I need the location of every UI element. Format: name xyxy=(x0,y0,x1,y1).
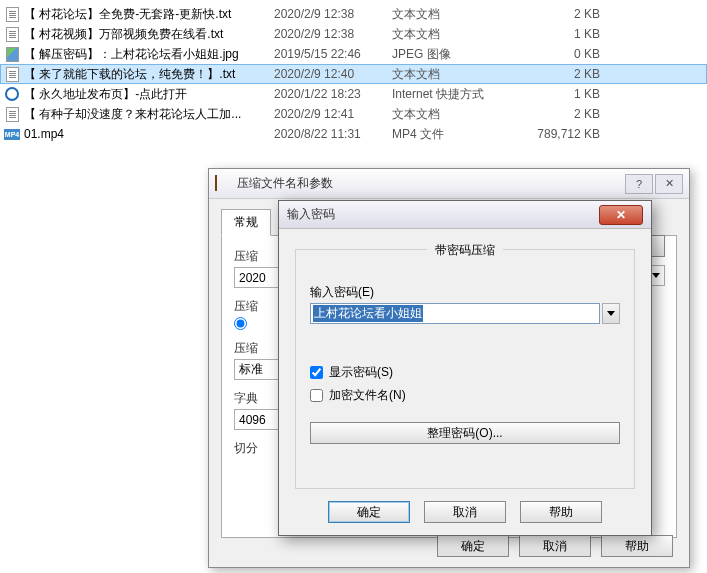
file-name: 【 解压密码】：上村花论坛看小姐姐.jpg xyxy=(24,46,274,63)
password-input[interactable]: 上村花论坛看小姐姐 xyxy=(310,303,600,324)
file-name: 【 村花论坛】全免费-无套路-更新快.txt xyxy=(24,6,274,23)
text-file-icon xyxy=(4,106,20,122)
close-button[interactable]: ✕ xyxy=(655,174,683,194)
mp4-file-icon: MP4 xyxy=(4,126,20,142)
file-row[interactable]: 【 村花视频】万部视频免费在线看.txt 2020/2/9 12:38 文本文档… xyxy=(0,24,707,44)
ie-shortcut-icon xyxy=(4,86,20,102)
file-size: 789,712 KB xyxy=(512,127,612,141)
text-file-icon xyxy=(4,6,20,22)
file-size: 2 KB xyxy=(512,7,612,21)
jpeg-file-icon xyxy=(4,46,20,62)
file-date: 2020/2/9 12:38 xyxy=(274,27,392,41)
file-row[interactable]: 【 有种子却没速度？来村花论坛人工加... 2020/2/9 12:41 文本文… xyxy=(0,104,707,124)
help-button[interactable]: 帮助 xyxy=(601,535,673,557)
file-row[interactable]: 【 解压密码】：上村花论坛看小姐姐.jpg 2019/5/15 22:46 JP… xyxy=(0,44,707,64)
file-name: 【 永久地址发布页】-点此打开 xyxy=(24,86,274,103)
password-group: 带密码压缩 输入密码(E) 上村花论坛看小姐姐 显示密码(S) 加密文件名(N)… xyxy=(295,249,635,489)
file-size: 2 KB xyxy=(512,67,612,81)
file-date: 2020/8/22 11:31 xyxy=(274,127,392,141)
file-list: 【 村花论坛】全免费-无套路-更新快.txt 2020/2/9 12:38 文本… xyxy=(0,0,707,148)
file-size: 0 KB xyxy=(512,47,612,61)
close-button[interactable]: ✕ xyxy=(599,205,643,225)
organize-passwords-button[interactable]: 整理密码(O)... xyxy=(310,422,620,444)
show-password-label: 显示密码(S) xyxy=(329,364,393,381)
tab-general[interactable]: 常规 xyxy=(221,209,271,236)
file-type: 文本文档 xyxy=(392,66,512,83)
text-file-icon xyxy=(4,66,20,82)
file-type: 文本文档 xyxy=(392,106,512,123)
file-type: MP4 文件 xyxy=(392,126,512,143)
cancel-button[interactable]: 取消 xyxy=(519,535,591,557)
help-button[interactable]: 帮助 xyxy=(520,501,602,523)
file-row[interactable]: MP4 01.mp4 2020/8/22 11:31 MP4 文件 789,71… xyxy=(0,124,707,144)
file-date: 2020/2/9 12:38 xyxy=(274,7,392,21)
format-radio[interactable] xyxy=(234,317,247,330)
help-button[interactable]: ? xyxy=(625,174,653,194)
ok-button[interactable]: 确定 xyxy=(437,535,509,557)
dialog-titlebar[interactable]: 输入密码 ✕ xyxy=(279,201,651,229)
cancel-button[interactable]: 取消 xyxy=(424,501,506,523)
file-type: Internet 快捷方式 xyxy=(392,86,512,103)
file-type: 文本文档 xyxy=(392,26,512,43)
group-title: 带密码压缩 xyxy=(427,242,503,259)
file-size: 1 KB xyxy=(512,87,612,101)
file-size: 1 KB xyxy=(512,27,612,41)
file-date: 2020/2/9 12:41 xyxy=(274,107,392,121)
file-name: 【 有种子却没速度？来村花论坛人工加... xyxy=(24,106,274,123)
file-date: 2020/1/22 18:23 xyxy=(274,87,392,101)
file-row[interactable]: 【 村花论坛】全免费-无套路-更新快.txt 2020/2/9 12:38 文本… xyxy=(0,4,707,24)
file-name: 【 来了就能下载的论坛，纯免费！】.txt xyxy=(24,66,274,83)
text-file-icon xyxy=(4,26,20,42)
ok-button[interactable]: 确定 xyxy=(328,501,410,523)
password-label: 输入密码(E) xyxy=(310,284,620,301)
file-date: 2020/2/9 12:40 xyxy=(274,67,392,81)
encrypt-names-label: 加密文件名(N) xyxy=(329,387,406,404)
file-row[interactable]: 【 永久地址发布页】-点此打开 2020/1/22 18:23 Internet… xyxy=(0,84,707,104)
dialog-title: 压缩文件名和参数 xyxy=(237,175,623,192)
winrar-icon xyxy=(215,176,231,192)
file-type: 文本文档 xyxy=(392,6,512,23)
encrypt-names-checkbox[interactable] xyxy=(310,389,323,402)
dialog-title: 输入密码 xyxy=(287,206,599,223)
file-size: 2 KB xyxy=(512,107,612,121)
password-dialog: 输入密码 ✕ 带密码压缩 输入密码(E) 上村花论坛看小姐姐 显示密码(S) 加… xyxy=(278,200,652,536)
file-date: 2019/5/15 22:46 xyxy=(274,47,392,61)
file-name: 01.mp4 xyxy=(24,127,274,141)
file-type: JPEG 图像 xyxy=(392,46,512,63)
file-name: 【 村花视频】万部视频免费在线看.txt xyxy=(24,26,274,43)
show-password-checkbox[interactable] xyxy=(310,366,323,379)
chevron-down-icon[interactable] xyxy=(602,303,620,324)
dialog-titlebar[interactable]: 压缩文件名和参数 ? ✕ xyxy=(209,169,689,199)
file-row-selected[interactable]: 【 来了就能下载的论坛，纯免费！】.txt 2020/2/9 12:40 文本文… xyxy=(0,64,707,84)
